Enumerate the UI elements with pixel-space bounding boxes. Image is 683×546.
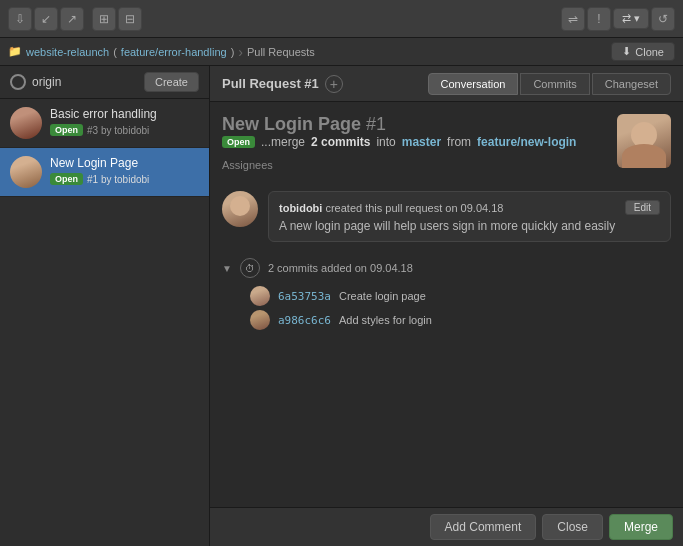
add-pr-icon[interactable]: + — [325, 75, 343, 93]
toolbar-action-group: ⊞ ⊟ — [92, 7, 142, 31]
assignees-label: Assignees — [222, 159, 607, 171]
pull-icon[interactable]: ↙ — [34, 7, 58, 31]
conversation-bubble: tobidobi created this pull request on 09… — [268, 191, 671, 242]
pr-author-avatar — [617, 114, 671, 168]
content-area: Pull Request #1 + Conversation Commits C… — [210, 66, 683, 546]
list-item[interactable]: Basic error handling Open #3 by tobidobi — [0, 99, 209, 148]
flow-button[interactable]: ⇄ ▾ — [613, 8, 649, 29]
breadcrumb-sep-1b: ) — [231, 46, 235, 58]
edit-comment-button[interactable]: Edit — [625, 200, 660, 215]
status-badge: Open — [50, 124, 83, 136]
commits-section: ▼ ⏱ 2 commits added on 09.04.18 6a53753a… — [222, 258, 671, 330]
pr-header-title: Pull Request #1 — [222, 76, 319, 91]
collapse-icon[interactable]: ▼ — [222, 263, 232, 274]
commit-hash: 6a53753a — [278, 290, 331, 303]
commits-header: ▼ ⏱ 2 commits added on 09.04.18 — [222, 258, 671, 278]
clone-icon: ⬇ — [622, 45, 631, 58]
tab-commits[interactable]: Commits — [520, 73, 589, 95]
conv-user: tobidobi created this pull request on 09… — [279, 202, 625, 214]
avatar — [10, 107, 42, 139]
stash-action-icon[interactable]: ⊟ — [118, 7, 142, 31]
pr-status-badge: Open — [222, 136, 255, 148]
breadcrumb-repo[interactable]: website-relaunch — [26, 46, 109, 58]
conv-header: tobidobi created this pull request on 09… — [279, 200, 660, 215]
breadcrumb: 📁 website-relaunch ( feature/error-handl… — [0, 38, 683, 66]
refresh-icon[interactable]: ↺ — [651, 7, 675, 31]
pr-item-meta: Open #3 by tobidobi — [50, 124, 199, 136]
list-item[interactable]: New Login Page Open #1 by tobidobi — [0, 148, 209, 197]
close-pr-button[interactable]: Close — [542, 514, 603, 540]
source-branch: feature/new-login — [477, 135, 576, 149]
bottom-bar: Add Comment Close Merge — [210, 507, 683, 546]
avatar — [10, 156, 42, 188]
breadcrumb-sep-1: ( — [113, 46, 117, 58]
push-icon[interactable]: ↗ — [60, 7, 84, 31]
pr-item-meta: Open #1 by tobidobi — [50, 173, 199, 185]
conv-avatar — [222, 191, 258, 227]
pr-item-sub: #3 by tobidobi — [87, 125, 149, 136]
branch-action-icon[interactable]: ⊞ — [92, 7, 116, 31]
toolbar-right-group: ⇌ ! ⇄ ▾ ↺ — [561, 7, 675, 31]
commit-avatar — [250, 310, 270, 330]
toolbar-nav-group: ⇩ ↙ ↗ — [8, 7, 84, 31]
pr-title-text: New Login Page #1 — [222, 114, 607, 135]
table-row: a986c6c6 Add styles for login — [250, 310, 671, 330]
main-layout: origin Create Basic error handling Open … — [0, 66, 683, 546]
conv-text: A new login page will help users sign in… — [279, 219, 660, 233]
tab-bar: Conversation Commits Changeset — [428, 73, 671, 95]
tab-changeset[interactable]: Changeset — [592, 73, 671, 95]
origin-label: origin — [10, 74, 61, 90]
pr-list: Basic error handling Open #3 by tobidobi… — [0, 99, 209, 546]
alert-icon[interactable]: ! — [587, 7, 611, 31]
pr-body: New Login Page #1 Open ...merge 2 commit… — [210, 102, 683, 507]
toolbar: ⇩ ↙ ↗ ⊞ ⊟ ⇌ ! ⇄ ▾ ↺ — [0, 0, 683, 38]
tab-conversation[interactable]: Conversation — [428, 73, 519, 95]
merge-button[interactable]: Merge — [609, 514, 673, 540]
add-comment-button[interactable]: Add Comment — [430, 514, 537, 540]
folder-icon: 📁 — [8, 45, 22, 58]
status-badge: Open — [50, 173, 83, 185]
merge-icon[interactable]: ⇌ — [561, 7, 585, 31]
table-row: 6a53753a Create login page — [250, 286, 671, 306]
sidebar: origin Create Basic error handling Open … — [0, 66, 210, 546]
conversation-entry: tobidobi created this pull request on 09… — [222, 191, 671, 242]
pr-tab-header: Pull Request #1 + Conversation Commits C… — [210, 66, 683, 102]
pr-item-title: New Login Page — [50, 156, 199, 170]
create-pr-button[interactable]: Create — [144, 72, 199, 92]
breadcrumb-branch[interactable]: feature/error-handling — [121, 46, 227, 58]
commit-list: 6a53753a Create login page a986c6c6 Add … — [250, 286, 671, 330]
pr-item-info: New Login Page Open #1 by tobidobi — [50, 156, 199, 185]
commit-hash: a986c6c6 — [278, 314, 331, 327]
pr-number: #1 — [366, 114, 386, 134]
origin-icon — [10, 74, 26, 90]
commit-message: Add styles for login — [339, 314, 432, 326]
pr-status-row: Open ...merge 2 commits into master from… — [222, 135, 607, 149]
fetch-icon[interactable]: ⇩ — [8, 7, 32, 31]
target-branch: master — [402, 135, 441, 149]
commits-meta: 2 commits added on 09.04.18 — [268, 262, 413, 274]
pr-title-section: New Login Page #1 Open ...merge 2 commit… — [222, 114, 671, 183]
sidebar-header: origin Create — [0, 66, 209, 99]
pr-item-sub: #1 by tobidobi — [87, 174, 149, 185]
commit-avatar — [250, 286, 270, 306]
clone-button[interactable]: ⬇ Clone — [611, 42, 675, 61]
breadcrumb-section: Pull Requests — [247, 46, 315, 58]
commits-clock-icon: ⏱ — [240, 258, 260, 278]
breadcrumb-arrow: › — [238, 44, 243, 60]
pr-item-info: Basic error handling Open #3 by tobidobi — [50, 107, 199, 136]
commit-message: Create login page — [339, 290, 426, 302]
pr-item-title: Basic error handling — [50, 107, 199, 121]
